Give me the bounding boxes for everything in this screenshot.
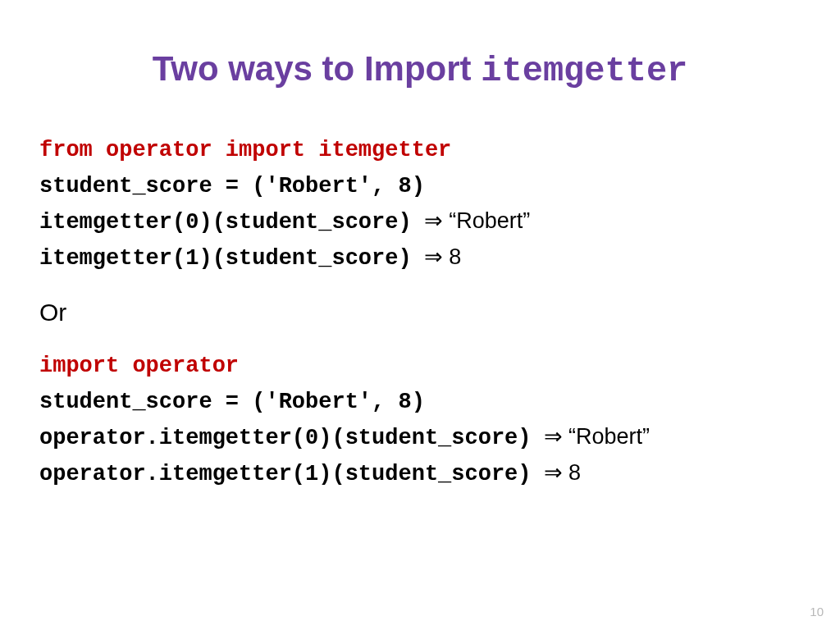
- result-1b: 8: [449, 244, 461, 269]
- code-block-1: from operator import itemgetter student_…: [39, 132, 801, 276]
- page-number: 10: [810, 605, 824, 619]
- arrow-icon: ⇒: [424, 244, 443, 269]
- slide-title: Two ways to Import itemgetter: [39, 49, 801, 91]
- title-code: itemgetter: [481, 52, 687, 91]
- result-1a: “Robert”: [449, 208, 530, 233]
- slide: Two ways to Import itemgetter from opera…: [0, 0, 840, 548]
- result-2b: 8: [568, 460, 581, 485]
- arrow-icon: ⇒: [424, 208, 443, 233]
- arrow-icon: ⇒: [544, 424, 563, 449]
- call-1b: itemgetter(1)(student_score): [39, 246, 412, 271]
- result-2a: “Robert”: [568, 424, 650, 449]
- import-line-2: import operator: [39, 354, 239, 378]
- title-prefix: Two ways to Import: [153, 49, 482, 88]
- call-1a: itemgetter(0)(student_score): [39, 210, 412, 235]
- call-2a: operator.itemgetter(0)(student_score): [39, 426, 532, 450]
- assign-line-2: student_score = ('Robert', 8): [39, 390, 425, 414]
- arrow-icon: ⇒: [544, 460, 563, 485]
- assign-line-1: student_score = ('Robert', 8): [39, 174, 425, 199]
- import-line-1: from operator import itemgetter: [39, 138, 451, 162]
- call-2b: operator.itemgetter(1)(student_score): [39, 462, 532, 486]
- code-block-2: import operator student_score = ('Robert…: [39, 348, 801, 491]
- or-separator: Or: [39, 299, 801, 326]
